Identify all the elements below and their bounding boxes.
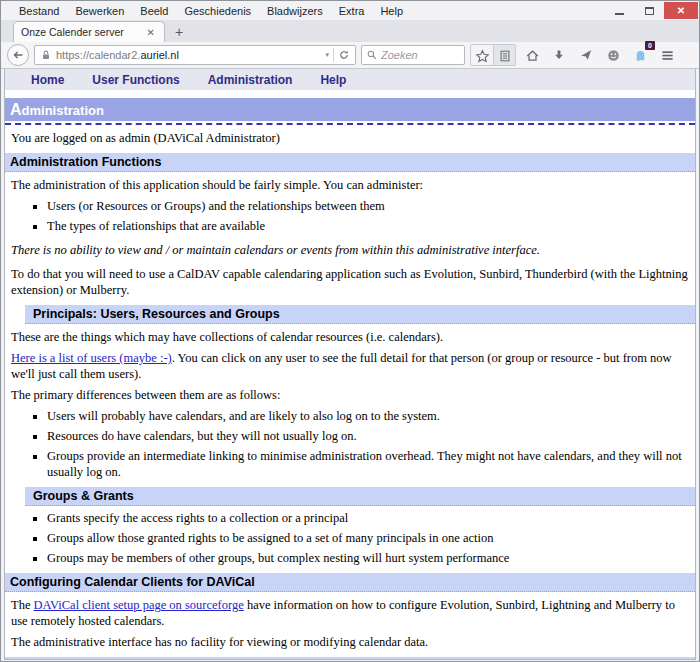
smiley-icon [606, 48, 621, 63]
page-title: Administration [5, 98, 695, 121]
list-item: Users will probably have calendars, and … [47, 408, 695, 424]
heading-groups-grants: Groups & Grants [25, 487, 695, 506]
sitenav-user-functions[interactable]: User Functions [78, 73, 193, 87]
close-icon: ✕ [677, 5, 685, 16]
dashed-separator [5, 123, 695, 125]
back-button[interactable] [7, 44, 29, 66]
navigation-toolbar: https://calendar2.auriel.nl ▾ [1, 42, 699, 69]
groups-grants-list: Grants specify the access rights to a co… [5, 510, 695, 566]
maximize-button[interactable] [634, 2, 664, 19]
clipboard-icon [498, 49, 512, 63]
search-input[interactable] [381, 49, 451, 61]
menu-extra[interactable]: Extra [331, 3, 373, 19]
tab-onze-calender-server[interactable]: Onze Calender server ✕ [13, 21, 165, 42]
home-button[interactable] [521, 44, 543, 66]
page-content: Administration You are logged on as admi… [5, 98, 695, 660]
client-setup-link[interactable]: DAViCal client setup page on sourceforge [34, 598, 244, 612]
sitenav-help[interactable]: Help [306, 73, 360, 87]
list-item: Groups provide an intermediate linking t… [47, 448, 695, 480]
url-domain: auriel.nl [140, 49, 179, 61]
paper-plane-icon [579, 48, 593, 62]
heading-configuring-clients: Configuring Calendar Clients for DAViCal [5, 573, 695, 592]
extension-badge: 0 [645, 41, 655, 50]
heading-principals: Principals: Users, Resources and Groups [25, 305, 695, 324]
lock-icon [40, 49, 52, 61]
menu-bewerken[interactable]: Bewerken [67, 3, 132, 19]
feedback-button[interactable] [602, 44, 624, 66]
sitenav-home[interactable]: Home [5, 73, 78, 87]
browser-window: Bestand Bewerken Beeld Geschiedenis Blad… [0, 0, 700, 662]
list-item: Grants specify the access rights to a co… [47, 510, 695, 526]
list-item: Groups may be members of other groups, b… [47, 550, 695, 566]
minimize-button[interactable] [604, 2, 634, 19]
bookmark-star-button[interactable] [471, 45, 493, 66]
client-setup-pre: The [11, 598, 34, 612]
no-facility-paragraph: The administrative interface has no faci… [5, 634, 695, 650]
star-icon [475, 49, 490, 64]
principals-intro: These are the things which may have coll… [5, 329, 695, 345]
list-item: The types of relationships that are avai… [47, 218, 695, 234]
menu-bestand[interactable]: Bestand [11, 3, 67, 19]
sitenav-administration[interactable]: Administration [194, 73, 307, 87]
list-item: Groups allow those granted rights to be … [47, 530, 695, 546]
bookmarks-menu-button[interactable] [493, 45, 515, 66]
caldav-paragraph: To do that you will need to use a CalDAV… [5, 266, 695, 298]
menu-beeld[interactable]: Beeld [132, 3, 176, 19]
users-list-paragraph: Here is a list of users (maybe :-). You … [5, 350, 695, 382]
tab-bar: Onze Calender server ✕ + [1, 20, 699, 42]
close-button[interactable]: ✕ [664, 2, 698, 19]
maximize-icon [645, 7, 654, 15]
send-button[interactable] [575, 44, 597, 66]
search-icon [366, 49, 378, 61]
new-tab-button[interactable]: + [165, 24, 193, 42]
home-icon [525, 48, 540, 63]
bookmark-group [470, 44, 516, 66]
no-ability-note: There is no ability to view and / or mai… [5, 242, 695, 258]
heading-configuring-davical: Configuring DAViCal [5, 657, 695, 660]
page-viewport: Home User Functions Administration Help … [4, 69, 696, 660]
site-nav: Home User Functions Administration Help [5, 69, 695, 90]
menu-bar: Bestand Bewerken Beeld Geschiedenis Blad… [1, 1, 699, 20]
url-text: https://calendar2.auriel.nl [56, 49, 179, 61]
extension-button[interactable]: 0 [629, 44, 651, 66]
list-item: Users (or Resources or Groups) and the r… [47, 198, 695, 214]
download-arrow-icon [552, 48, 566, 62]
url-bar[interactable]: https://calendar2.auriel.nl ▾ [34, 45, 356, 65]
menu-geschiedenis[interactable]: Geschiedenis [176, 3, 259, 19]
menu-help[interactable]: Help [372, 3, 411, 19]
list-item: Resources do have calendars, but they wi… [47, 428, 695, 444]
heading-administration-functions: Administration Functions [5, 153, 695, 172]
menu-bladwijzers[interactable]: Bladwijzers [259, 3, 331, 19]
tab-title: Onze Calender server [21, 26, 145, 38]
tab-close-icon[interactable]: ✕ [145, 27, 157, 38]
downloads-button[interactable] [548, 44, 570, 66]
logged-in-text: You are logged on as admin (DAViCal Admi… [5, 130, 695, 146]
url-divider [333, 48, 334, 62]
principals-list: Users will probably have calendars, and … [5, 408, 695, 480]
hamburger-icon [660, 48, 675, 63]
differences-intro: The primary differences between them are… [5, 387, 695, 403]
window-controls: ✕ [604, 2, 698, 19]
admin-functions-list: Users (or Resources or Groups) and the r… [5, 198, 695, 234]
reload-icon[interactable] [338, 49, 350, 61]
url-dropdown-icon[interactable]: ▾ [325, 51, 329, 59]
minimize-icon [615, 13, 624, 15]
menu-button[interactable] [656, 44, 678, 66]
url-scheme: https://calendar2. [56, 49, 140, 61]
back-arrow-icon [11, 48, 25, 62]
admin-functions-intro: The administration of this application s… [5, 177, 695, 193]
search-bar[interactable] [361, 45, 465, 65]
users-list-link[interactable]: Here is a list of users (maybe :-) [11, 351, 172, 365]
client-setup-paragraph: The DAViCal client setup page on sourcef… [5, 597, 695, 629]
